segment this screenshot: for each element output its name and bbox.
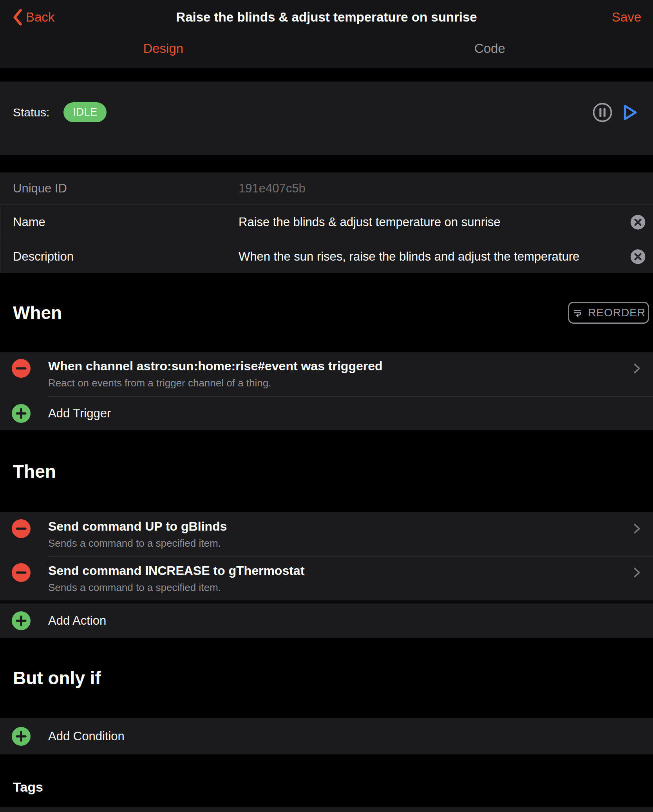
unique-id-label: Unique ID [13,181,239,196]
name-label: Name [13,215,239,229]
clear-icon [630,248,646,265]
add-condition-label: Add Condition [48,729,626,743]
add-trigger-row[interactable]: Add Trigger [0,396,653,430]
add-condition-button[interactable] [12,727,31,746]
minus-circle-icon [12,359,31,378]
actions-card: Send command UP to gBlinds Sends a comma… [0,512,653,638]
action-subtitle: Sends a command to a specified item. [48,537,626,549]
play-icon [621,102,639,123]
status-actions [592,102,639,123]
tags-title: Tags [13,779,43,795]
trigger-row[interactable]: When channel astro:sun:home:rise#event w… [0,352,653,396]
tags-card [0,807,653,812]
triggers-card: When channel astro:sun:home:rise#event w… [0,352,653,430]
divider [0,600,653,604]
action-subtitle: Sends a command to a specified item. [48,582,626,594]
status-badge: IDLE [63,102,107,122]
minus-circle-icon [12,519,31,538]
reorder-button[interactable]: REORDER [568,302,649,324]
action-row[interactable]: Send command UP to gBlinds Sends a comma… [0,512,653,556]
description-label: Description [13,250,239,264]
plus-circle-icon [12,727,31,746]
trigger-subtitle: React on events from a trigger channel o… [48,377,626,389]
divider [48,556,653,557]
delete-trigger-button[interactable] [12,359,31,378]
description-field[interactable] [239,250,625,264]
description-row: Description [0,240,653,273]
save-button[interactable]: Save [612,10,641,25]
name-field[interactable] [239,215,625,229]
status-label: Status: [13,106,49,119]
status-card: Status: IDLE [0,82,653,155]
when-section-header: When REORDER [0,273,653,352]
add-trigger-button[interactable] [12,404,31,423]
delete-action-button[interactable] [12,563,31,582]
plus-circle-icon [12,611,31,630]
action-row[interactable]: Send command INCREASE to gThermostat Sen… [0,556,653,600]
chevron-right-icon [631,361,643,375]
action-title: Send command UP to gBlinds [48,519,626,534]
reorder-icon [572,307,583,319]
when-title: When [13,302,62,323]
tags-section-header: Tags [0,767,653,807]
rule-editor-screen: Back Raise the blinds & adjust temperatu… [0,0,653,812]
add-condition-row[interactable]: Add Condition [0,718,653,754]
add-action-button[interactable] [12,611,31,630]
rule-properties-card: Unique ID 191e407c5b Name Description [0,172,653,273]
name-row: Name [0,205,653,240]
but-only-if-title: But only if [13,667,101,689]
add-action-row[interactable]: Add Action [0,604,653,638]
unique-id-row: Unique ID 191e407c5b [0,172,653,205]
add-action-label: Add Action [48,614,626,628]
page-title: Raise the blinds & adjust temperature on… [47,10,606,25]
but-only-if-section-header: But only if [0,638,653,718]
delete-action-button[interactable] [12,519,31,538]
reorder-label: REORDER [588,306,646,319]
divider [48,396,653,397]
chevron-right-icon [631,566,643,580]
then-section-header: Then [0,430,653,512]
run-button[interactable] [621,102,639,123]
navbar: Back Raise the blinds & adjust temperatu… [0,0,653,68]
back-chevron-icon [12,9,24,26]
tab-bar: Design Code [0,34,653,63]
conditions-card: Add Condition [0,718,653,754]
tab-design[interactable]: Design [0,34,327,63]
add-trigger-label: Add Trigger [48,406,626,420]
pause-button[interactable] [592,102,613,123]
back-button[interactable]: Back [12,9,54,26]
description-clear-button[interactable] [630,248,646,265]
unique-id-value: 191e407c5b [239,181,625,196]
then-title: Then [13,461,56,482]
back-label: Back [26,10,54,25]
action-title: Send command INCREASE to gThermostat [48,564,626,578]
clear-icon [630,214,646,230]
tab-code[interactable]: Code [327,34,653,63]
plus-circle-icon [12,404,31,423]
chevron-right-icon [631,522,643,536]
trigger-title: When channel astro:sun:home:rise#event w… [48,359,626,373]
navbar-row: Back Raise the blinds & adjust temperatu… [0,0,653,34]
pause-icon [592,102,613,123]
minus-circle-icon [12,563,31,582]
name-clear-button[interactable] [630,214,646,230]
